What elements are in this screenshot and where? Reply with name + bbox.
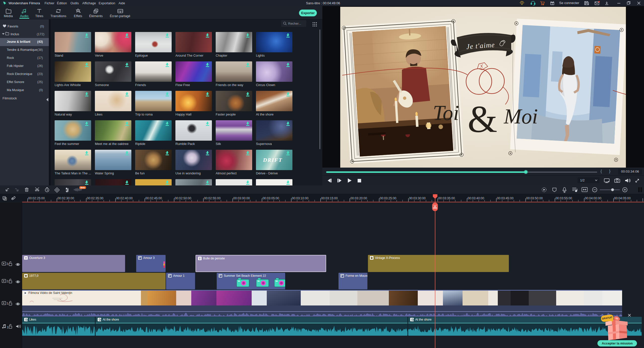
svg-text:00:03:40:00: 00:03:40:00: [468, 197, 484, 200]
svg-text:00:03:20:00: 00:03:20:00: [350, 197, 367, 200]
svg-text:00:03:50:00: 00:03:50:00: [526, 197, 543, 200]
svg-text:00:02:45:00: 00:02:45:00: [145, 197, 162, 200]
svg-text:00:04:05:00: 00:04:05:00: [614, 197, 631, 200]
svg-text:T: T: [25, 257, 27, 260]
svg-text:Toi: Toi: [433, 101, 459, 125]
svg-text:00:03:55:00: 00:03:55:00: [555, 197, 572, 200]
svg-text:00:02:30:00: 00:02:30:00: [57, 197, 74, 200]
svg-text:00:03:35:00: 00:03:35:00: [438, 197, 455, 200]
svg-text:00:03:05:00: 00:03:05:00: [262, 197, 279, 200]
svg-text:T: T: [199, 257, 201, 260]
svg-text:Moi: Moi: [504, 105, 538, 128]
svg-text:00:02:25:00: 00:02:25:00: [28, 197, 45, 200]
svg-text:00:03:45:00: 00:03:45:00: [497, 197, 513, 200]
svg-text:00:04:00:00: 00:04:00:00: [585, 197, 601, 200]
svg-text:00:02:40:00: 00:02:40:00: [116, 197, 133, 200]
svg-text:00:03:15:00: 00:03:15:00: [321, 197, 338, 200]
svg-text:2: 2: [7, 279, 8, 283]
svg-text:1: 1: [7, 301, 8, 305]
svg-text:00:02:35:00: 00:02:35:00: [87, 197, 103, 200]
svg-text:00:02:55:00: 00:02:55:00: [204, 197, 220, 200]
svg-text:&: &: [468, 98, 497, 140]
svg-text:00:02:50:00: 00:02:50:00: [175, 197, 191, 200]
svg-text:00:03:30:00: 00:03:30:00: [409, 197, 426, 200]
svg-text:3: 3: [7, 262, 8, 266]
svg-text:00:03:00:00: 00:03:00:00: [233, 197, 250, 200]
svg-text:1: 1: [7, 325, 9, 329]
svg-text:00:03:10:00: 00:03:10:00: [292, 197, 309, 200]
svg-text:00:03:25:00: 00:03:25:00: [380, 197, 396, 200]
